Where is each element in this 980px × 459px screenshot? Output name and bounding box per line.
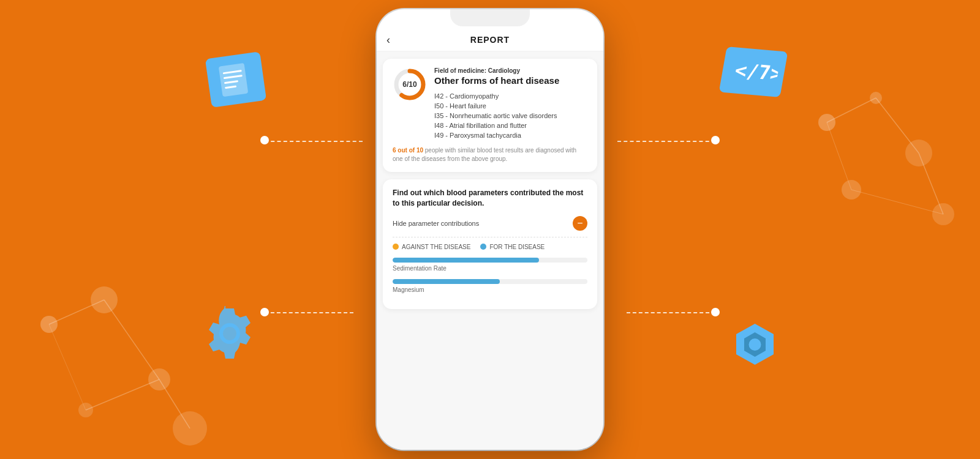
disease-item: I50 - Heart failure: [434, 101, 587, 111]
hide-params-label: Hide parameter contributions: [393, 220, 479, 227]
legend-for: FOR THE DISEASE: [480, 244, 545, 250]
connector-line: [265, 312, 353, 313]
node: [148, 368, 170, 390]
gear-icon: [202, 306, 257, 361]
connector-dot: [711, 308, 720, 316]
svg-line-7: [919, 153, 943, 214]
svg-line-0: [49, 300, 104, 324]
phone-shell: ‹ REPORT 6/10: [377, 9, 603, 450]
svg-rect-10: [219, 62, 249, 96]
report-info: Field of medicine: Cardiology Other form…: [434, 67, 587, 140]
phone-screen: ‹ REPORT 6/10: [377, 26, 603, 450]
svg-line-1: [104, 300, 159, 379]
connector-dot: [260, 136, 269, 144]
svg-text:</7>: </7>: [733, 59, 781, 86]
node: [842, 180, 861, 200]
legend-against: AGAINST THE DISEASE: [393, 244, 470, 250]
disease-item: I42 - Cardiomyopathy: [434, 91, 587, 101]
params-section: Find out which blood parameters contribu…: [383, 179, 597, 309]
connector-line: [617, 141, 715, 142]
legend-row: AGAINST THE DISEASE FOR THE DISEASE: [393, 244, 587, 250]
score-label: 6/10: [402, 80, 417, 89]
connector-line: [627, 312, 715, 313]
hex-icon: [732, 321, 778, 367]
legend-for-label: FOR THE DISEASE: [489, 244, 545, 250]
phone-notch: [450, 9, 530, 26]
disease-title: Other forms of heart disease: [434, 75, 587, 86]
report-header: 6/10 Field of medicine: Cardiology Other…: [393, 67, 587, 140]
node: [905, 140, 932, 166]
connector-dot: [260, 308, 269, 316]
svg-line-6: [876, 98, 919, 153]
disease-item: I35 - Nonrheumatic aortic valve disorder…: [434, 111, 587, 121]
svg-line-8: [827, 122, 851, 190]
svg-line-4: [49, 324, 86, 410]
disease-item: I49 - Paroxysmal tachycardia: [434, 130, 587, 140]
node: [818, 114, 835, 131]
screen-header: ‹ REPORT: [377, 26, 603, 51]
page-title: REPORT: [470, 35, 510, 45]
node: [91, 286, 118, 313]
svg-line-3: [159, 379, 190, 428]
hide-params-row[interactable]: Hide parameter contributions −: [393, 216, 587, 237]
disease-item: I48 - Atrial fibrillation and flutter: [434, 121, 587, 130]
code-icon-card: </7>: [719, 47, 788, 97]
node: [870, 92, 882, 104]
stats-text: 6 out of 10 people with similar blood te…: [393, 146, 587, 163]
param-sedimentation: Sedimentation Rate: [393, 258, 587, 272]
param-magnesium: Magnesium: [393, 279, 587, 293]
docs-icon-card: [205, 51, 266, 108]
svg-line-2: [86, 379, 159, 410]
score-donut: 6/10: [393, 67, 427, 102]
legend-dot-blue: [480, 244, 486, 250]
svg-line-5: [827, 98, 876, 122]
field-of-medicine-label: Field of medicine: Cardiology: [434, 67, 587, 74]
connector-line: [265, 141, 363, 142]
param-name: Sedimentation Rate: [393, 265, 587, 272]
param-name: Magnesium: [393, 286, 587, 293]
svg-line-9: [851, 190, 943, 214]
param-bar: [393, 279, 500, 284]
param-bar-wrap: [393, 258, 587, 263]
minus-button[interactable]: −: [573, 216, 587, 231]
param-bar: [393, 258, 539, 263]
phone-mockup: ‹ REPORT 6/10: [377, 9, 603, 450]
params-title: Find out which blood parameters contribu…: [393, 188, 587, 209]
report-card: 6/10 Field of medicine: Cardiology Other…: [383, 59, 597, 172]
legend-dot-orange: [393, 244, 399, 250]
node: [932, 203, 954, 225]
node: [78, 403, 93, 417]
node: [173, 411, 207, 446]
param-bar-wrap: [393, 279, 587, 284]
legend-against-label: AGAINST THE DISEASE: [402, 244, 470, 250]
connector-dot: [711, 136, 720, 144]
svg-point-18: [749, 338, 761, 351]
node: [40, 316, 58, 333]
back-button[interactable]: ‹: [386, 34, 390, 47]
